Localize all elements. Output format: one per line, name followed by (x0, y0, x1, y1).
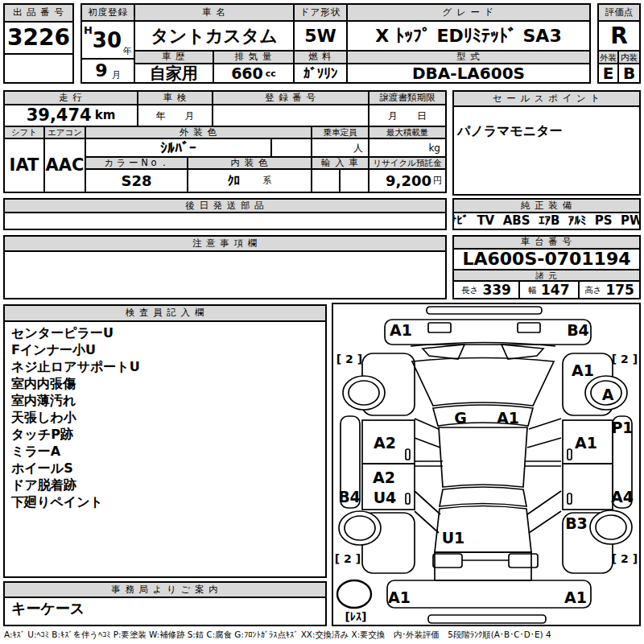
damage-label: A1 (388, 588, 411, 606)
damage-label: [ﾚｽ] (345, 610, 367, 623)
first-reg-year-cell: H 30 年 (82, 22, 135, 60)
capacity-header: 乗車定員 (312, 127, 369, 139)
damage-label: U4 (374, 489, 397, 506)
damage-diagram-box: A1B4[ 2 ][ 2 ]A1AGA1P1A2A1A2B4U4A4B3U1[ … (332, 303, 641, 626)
rear-bumper (387, 580, 591, 608)
caution-value (5, 252, 445, 298)
spare-tire (337, 580, 371, 608)
color-no-value: S28 (86, 170, 188, 192)
right-front-door-handle (568, 449, 572, 460)
office-header: 事 務 局 よ り ご 案 内 (5, 583, 325, 598)
damage-label: A1 (572, 361, 594, 379)
inspector-note: Fインナー小U (11, 341, 319, 358)
interior-grade-header: 内装 (619, 52, 639, 64)
inspector-box: 検 査 員 記 入 欄 センターピラーUFインナー小Uネジ止ロアサポートU室内内… (3, 304, 327, 578)
left-door-gap-lines (415, 461, 443, 466)
damage-label: A1 (390, 321, 412, 339)
roof-rear-band (440, 487, 526, 506)
equipment-box: 純 正 装 備 ﾅﾋﾞ TV ABS ｴｱB ｱﾙﾐ PS PW (452, 198, 641, 230)
import-cell-2 (341, 170, 369, 192)
transfer-deadline-header: 譲渡書類期限 (369, 92, 445, 105)
interior-grade-value: B (619, 64, 639, 82)
inspector-note: 室内内張傷 (11, 375, 319, 392)
mileage-value-cell: 39,474 km (5, 105, 138, 127)
inspector-note: タッチP跡 (11, 426, 319, 443)
damage-label: [ 2 ] (336, 353, 362, 365)
caution-header: 注 意 事 項 欄 (5, 237, 445, 252)
damage-label: B4 (567, 321, 589, 339)
damage-label: P1 (611, 419, 633, 436)
exterior-grade-header: 外装 (599, 52, 619, 64)
ext-color-value: ｼﾙﾊﾞｰ (86, 139, 272, 158)
front-right-fold-lines (527, 419, 561, 448)
damage-label: A1 (497, 409, 519, 427)
office-box: 事 務 局 よ り ご 案 内 キーケース (3, 581, 327, 626)
door-shape-value: 5W (295, 22, 348, 52)
first-reg-era: H (84, 25, 93, 35)
displacement-header: 排 気 量 (214, 52, 295, 64)
capacity-unit: 人 (312, 139, 369, 158)
damage-label: A2 (374, 434, 396, 452)
max-load-unit: kg (369, 139, 445, 158)
inspector-note: 下廻りペイント (11, 493, 319, 510)
recycle-value: 9,200 (386, 174, 431, 188)
color-no-header: カ ラ ー N o ． (86, 158, 188, 170)
shift-header: シフト (5, 127, 45, 139)
inspector-header: 検 査 員 記 入 欄 (5, 306, 325, 322)
left-wiper (423, 345, 464, 359)
model-value: DBA-LA600S (348, 64, 589, 82)
score-header: 評価点 (599, 5, 639, 22)
office-value: キーケース (5, 598, 325, 625)
damage-label: A1 (564, 588, 587, 606)
transfer-deadline-value: 月 日 (369, 105, 445, 127)
damage-label: [ 2 ] (335, 552, 361, 565)
left-tail-lamp (433, 554, 462, 568)
front-plate-strip (427, 307, 542, 314)
ext-color-header: 外 装 色 (86, 127, 312, 139)
car-name-header: 車 名 (135, 5, 295, 22)
history-value: 自家用 (135, 64, 214, 82)
int-color-value: ｸﾛ (228, 175, 241, 188)
right-tail-lamp (509, 554, 538, 568)
import-cell-1 (312, 170, 341, 192)
lot-box: 出 品 番 号 3226 (3, 3, 74, 84)
spec-width-cell: 幅 147 (520, 282, 580, 298)
score-value: R (599, 22, 639, 52)
later-parts-value (5, 213, 445, 229)
damage-label: B4 (338, 488, 361, 506)
inspector-notes: センターピラーUFインナー小Uネジ止ロアサポートU室内内張傷室内薄汚れ天張しわ小… (5, 322, 325, 576)
damage-label: B3 (565, 514, 588, 532)
spec-height-label: 高さ (584, 286, 601, 295)
shift-value: IAT (5, 139, 45, 192)
damage-label: [ 2 ] (612, 353, 638, 365)
right-door-gap-lines (525, 461, 561, 466)
later-parts-header: 後 日 発 送 部 品 (5, 200, 445, 213)
equipment-value: ﾅﾋﾞ TV ABS ｴｱB ｱﾙﾐ PS PW (454, 213, 639, 229)
inspection-header: 車 検 (138, 92, 213, 105)
int-color-header: 内 装 色 (188, 158, 312, 170)
equipment-header: 純 正 装 備 (454, 200, 639, 213)
inspection-value: 年 月 (138, 105, 213, 127)
sales-point-header: セ ー ル ス ポ イ ン ト (454, 92, 639, 107)
spec-length-label: 長さ (461, 286, 478, 295)
damage-label: U1 (442, 529, 465, 547)
model-header: 型 式 (348, 52, 589, 64)
rear-left-fold-lines (415, 491, 440, 533)
aircon-header: エアコン (45, 127, 86, 139)
fuel-value: ｶﾞｿﾘﾝ (295, 64, 348, 82)
roof-panel (439, 427, 527, 487)
grade-header: グ レ ー ド (348, 5, 589, 22)
damage-label: A4 (611, 488, 634, 506)
spec-header: 諸 元 (454, 270, 639, 282)
registration-header: 登 録 番 号 (213, 92, 369, 105)
caution-box: 注 意 事 項 欄 (3, 235, 447, 299)
mileage-unit: km (95, 109, 116, 122)
left-front-door-handle (406, 449, 410, 460)
mileage-header: 走 行 (5, 92, 138, 105)
rear-hatch (435, 552, 531, 580)
inspector-note: 天張しわ小 (11, 409, 319, 426)
car-name: タントカスタム (135, 22, 295, 52)
lot-empty-cell (5, 55, 72, 82)
fuel-header: 燃 料 (295, 52, 348, 64)
spec-height-cell: 高さ 175 (580, 282, 639, 298)
